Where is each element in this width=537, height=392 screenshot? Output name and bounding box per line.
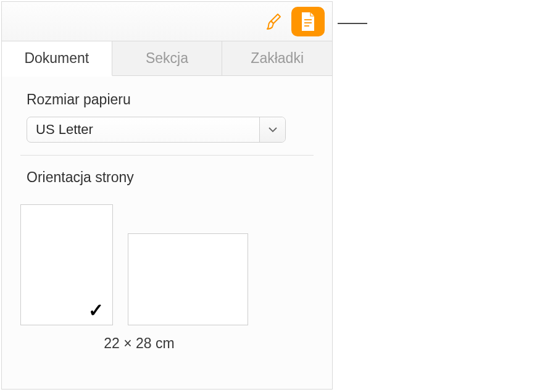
paper-size-value: US Letter bbox=[27, 117, 259, 142]
callout-line bbox=[338, 23, 367, 24]
chevron-down-icon bbox=[259, 117, 285, 142]
orientation-portrait-button[interactable]: ✓ bbox=[20, 204, 113, 325]
page-dimensions: 22 × 28 cm bbox=[2, 335, 332, 352]
orientation-label: Orientacja strony bbox=[27, 169, 314, 186]
orientation-section: Orientacja strony bbox=[2, 156, 332, 201]
tab-section-label: Sekcja bbox=[146, 50, 188, 67]
paper-size-select[interactable]: US Letter bbox=[27, 117, 286, 143]
tab-document[interactable]: Dokument bbox=[2, 41, 112, 76]
document-inspector-button[interactable] bbox=[291, 7, 325, 36]
tab-section[interactable]: Sekcja bbox=[112, 41, 223, 75]
toolbar bbox=[2, 2, 332, 41]
paintbrush-icon bbox=[264, 12, 284, 31]
paper-size-section: Rozmiar papieru US Letter bbox=[2, 76, 332, 155]
inspector-panel: Dokument Sekcja Zakładki Rozmiar papieru… bbox=[1, 1, 333, 390]
inspector-tabs: Dokument Sekcja Zakładki bbox=[2, 41, 332, 76]
orientation-options: ✓ bbox=[2, 204, 332, 325]
tab-bookmarks-label: Zakładki bbox=[251, 50, 304, 67]
format-brush-button[interactable] bbox=[263, 10, 285, 33]
document-icon bbox=[299, 11, 317, 32]
checkmark-icon: ✓ bbox=[88, 299, 104, 321]
orientation-landscape-button[interactable] bbox=[128, 233, 248, 325]
tab-document-label: Dokument bbox=[24, 50, 89, 67]
paper-size-label: Rozmiar papieru bbox=[27, 91, 314, 108]
tab-bookmarks[interactable]: Zakładki bbox=[222, 41, 332, 75]
